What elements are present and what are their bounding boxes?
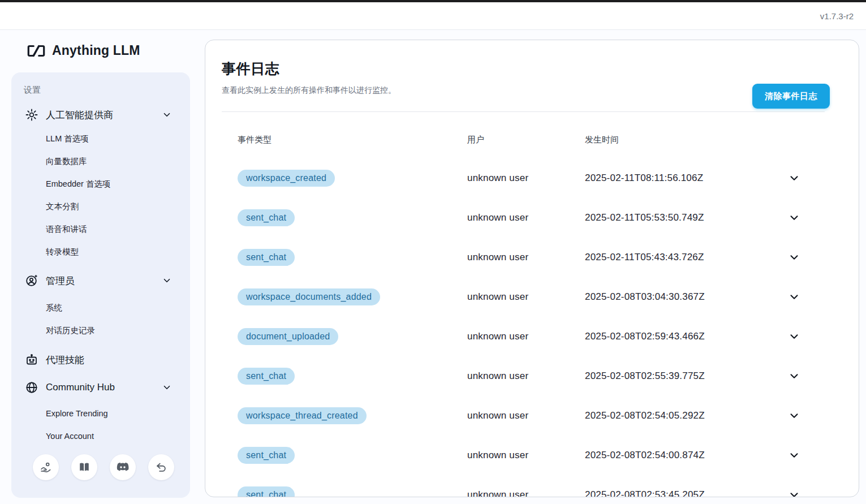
event-type-badge: sent_chat — [238, 447, 295, 464]
event-log-table: 事件类型 用户 发生时间 workspace_created unknown u… — [222, 130, 842, 497]
event-timestamp: 2025-02-08T03:04:30.367Z — [585, 291, 786, 303]
event-type-badge: sent_chat — [238, 486, 295, 497]
event-timestamp: 2025-02-11T08:11:56.106Z — [585, 173, 786, 184]
sidebar-item-admin[interactable]: 管理员 — [23, 268, 180, 293]
sidebar-item-label: 代理技能 — [46, 354, 176, 367]
event-timestamp: 2025-02-08T02:55:39.775Z — [585, 371, 786, 382]
chevron-down-icon — [788, 330, 800, 343]
sidebar-footer-icons — [33, 454, 180, 480]
chevron-down-icon — [788, 172, 800, 184]
chevron-down-icon — [788, 489, 800, 497]
column-header-event-type: 事件类型 — [238, 135, 467, 145]
ai-providers-submenu: LLM 首选项向量数据库Embedder 首选项文本分割语音和讲话转录模型 — [23, 127, 180, 263]
chevron-down-icon — [162, 382, 172, 393]
event-timestamp: 2025-02-08T02:59:43.466Z — [585, 331, 786, 342]
event-timestamp: 2025-02-08T02:54:05.292Z — [585, 410, 786, 421]
chevron-down-icon — [788, 410, 800, 422]
table-row: sent_chat unknown user 2025-02-08T02:55:… — [238, 356, 842, 396]
table-row: sent_chat unknown user 2025-02-08T02:54:… — [238, 436, 842, 475]
sidebar-item-agent-skills[interactable]: 代理技能 — [23, 347, 180, 372]
sidebar-section-label: 设置 — [24, 85, 180, 96]
event-user: unknown user — [467, 291, 585, 303]
event-timestamp: 2025-02-11T05:43:43.726Z — [585, 252, 786, 263]
expand-row-button[interactable] — [786, 328, 803, 345]
expand-row-button[interactable] — [786, 447, 803, 464]
globe-icon — [25, 381, 38, 394]
discord-button[interactable] — [110, 454, 136, 480]
event-type-badge: document_uploaded — [238, 328, 338, 345]
chevron-down-icon — [788, 449, 800, 462]
sidebar-item-label: 人工智能提供商 — [46, 109, 154, 122]
donate-icon — [40, 461, 52, 473]
back-button[interactable] — [148, 454, 174, 480]
chevron-down-icon — [162, 110, 172, 120]
table-row: sent_chat unknown user 2025-02-11T05:53:… — [238, 198, 842, 238]
brand-name: Anything LLM — [52, 43, 140, 58]
table-row: sent_chat unknown user 2025-02-08T02:53:… — [238, 475, 842, 497]
table-row: document_uploaded unknown user 2025-02-0… — [238, 317, 842, 356]
settings-sidebar: 设置 人工智能提供商 LLM 首选项向量数据库Embedder 首选项文本分割语… — [11, 72, 190, 498]
expand-row-button[interactable] — [786, 249, 803, 266]
event-type-badge: workspace_created — [238, 170, 335, 187]
table-row: sent_chat unknown user 2025-02-11T05:43:… — [238, 238, 842, 277]
back-undo-icon — [155, 461, 167, 473]
column-header-user: 用户 — [467, 135, 585, 145]
event-type-badge: workspace_thread_created — [238, 407, 367, 424]
event-type-badge: sent_chat — [238, 249, 295, 266]
brand: Anything LLM — [27, 43, 140, 58]
event-type-badge: sent_chat — [238, 368, 295, 385]
sidebar-subitem[interactable]: Explore Trending — [23, 402, 180, 425]
sidebar-subitem[interactable]: 对话历史记录 — [23, 319, 180, 342]
event-user: unknown user — [467, 331, 585, 342]
sidebar-item-ai-providers[interactable]: 人工智能提供商 — [23, 102, 180, 127]
clear-event-logs-button[interactable]: 清除事件日志 — [752, 84, 830, 109]
event-timestamp: 2025-02-08T02:54:00.874Z — [585, 450, 786, 461]
chevron-down-icon — [788, 251, 800, 264]
expand-row-button[interactable] — [786, 407, 803, 424]
sidebar-subitem[interactable]: 文本分割 — [23, 195, 180, 218]
header-divider — [222, 111, 825, 112]
discord-icon — [116, 460, 130, 474]
event-timestamp: 2025-02-08T02:53:45.205Z — [585, 489, 786, 497]
chevron-down-icon — [162, 275, 172, 286]
topbar: v1.7.3-r2 — [0, 2, 866, 30]
sidebar-subitem[interactable]: Your Account — [23, 425, 180, 447]
donate-button[interactable] — [33, 454, 59, 480]
admin-submenu: 系统对话历史记录 — [23, 296, 180, 342]
chevron-down-icon — [788, 212, 800, 224]
column-header-occurred-at: 发生时间 — [585, 135, 786, 145]
expand-row-button[interactable] — [786, 486, 803, 497]
table-header-row: 事件类型 用户 发生时间 — [238, 130, 842, 149]
sidebar-subitem[interactable]: 系统 — [23, 296, 180, 319]
expand-row-button[interactable] — [786, 288, 803, 305]
event-type-badge: sent_chat — [238, 209, 295, 226]
table-row: workspace_documents_added unknown user 2… — [238, 277, 842, 317]
expand-row-button[interactable] — [786, 368, 803, 385]
sidebar-item-label: Community Hub — [46, 382, 154, 393]
sidebar-subitem[interactable]: Embedder 首选项 — [23, 173, 180, 195]
sidebar-subitem[interactable]: 语音和讲话 — [23, 218, 180, 240]
event-user: unknown user — [467, 371, 585, 382]
table-body: workspace_created unknown user 2025-02-1… — [238, 158, 842, 497]
anything-llm-logo-icon — [27, 44, 46, 58]
event-user: unknown user — [467, 212, 585, 223]
sidebar-subitem[interactable]: LLM 首选项 — [23, 127, 180, 150]
community-hub-submenu: Explore TrendingYour Account — [23, 402, 180, 447]
sidebar-subitem[interactable]: 转录模型 — [23, 240, 180, 263]
page-subtitle: 查看此实例上发生的所有操作和事件以进行监控。 — [222, 85, 842, 96]
sidebar-item-community-hub[interactable]: Community Hub — [23, 375, 180, 400]
chevron-down-icon — [788, 291, 800, 303]
event-user: unknown user — [467, 410, 585, 421]
app-version: v1.7.3-r2 — [820, 11, 854, 21]
expand-row-button[interactable] — [786, 209, 803, 226]
docs-button[interactable] — [71, 454, 97, 480]
expand-row-button[interactable] — [786, 170, 803, 187]
event-user: unknown user — [467, 489, 585, 497]
event-type-badge: workspace_documents_added — [238, 288, 380, 305]
table-row: workspace_created unknown user 2025-02-1… — [238, 158, 842, 198]
event-user: unknown user — [467, 450, 585, 461]
sidebar-subitem[interactable]: 向量数据库 — [23, 150, 180, 173]
event-user: unknown user — [467, 252, 585, 263]
table-row: workspace_thread_created unknown user 20… — [238, 396, 842, 436]
event-timestamp: 2025-02-11T05:53:50.749Z — [585, 212, 786, 223]
